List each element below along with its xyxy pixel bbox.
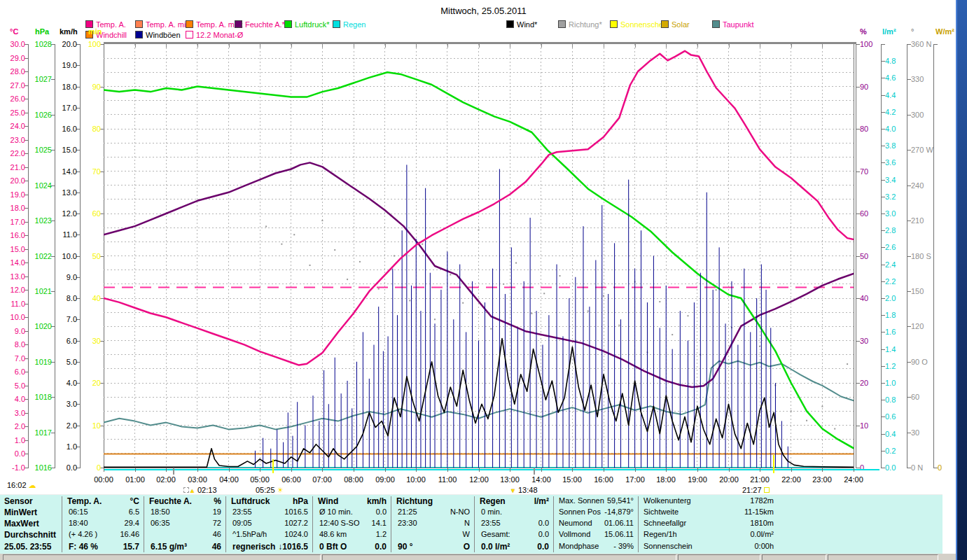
moon-icon <box>183 487 189 493</box>
humidity-tick-label: 50 <box>860 252 868 260</box>
time-label-0500: 05:00 <box>244 475 275 484</box>
hour-tick-top <box>135 44 136 48</box>
table-cell: - 39% <box>561 542 634 552</box>
hour-tick-top <box>260 44 260 48</box>
humidity-tick-label: 10 <box>860 421 868 430</box>
hour-tick-top <box>166 44 167 48</box>
chart-title: Mittwoch, 25.05.2011 <box>0 6 967 16</box>
sunrise-marker <box>272 459 274 473</box>
table-cell: 11-15km <box>701 507 774 517</box>
desktop-background-strip <box>956 0 967 560</box>
hour-tick <box>479 468 480 472</box>
taupunkt-swatch-icon <box>712 20 720 28</box>
table-cell: 0.0 <box>476 542 549 552</box>
hour-tick-top <box>822 44 823 48</box>
sensor-data-table: SensorMinWertMaxWertDurchschnitt25.05. 2… <box>0 494 942 554</box>
sunrise-time: 05:25 <box>256 486 275 494</box>
legend-item-wind: Wind* <box>506 20 537 28</box>
status-panel <box>3 554 321 560</box>
down-arrow-icon: ▼ <box>510 487 516 494</box>
time-label-1700: 17:00 <box>620 475 651 484</box>
humidity-tick-label: 20 <box>860 379 868 387</box>
time-label-1100: 11:00 <box>432 475 463 484</box>
table-cell: 0.0 <box>314 507 387 517</box>
rain-tick-label: 2.0 <box>885 294 896 302</box>
hour-tick <box>822 468 823 472</box>
sunset-marker <box>773 455 774 473</box>
wind-tick-label: 9.0 <box>35 273 77 281</box>
chart-plot-area <box>104 44 854 468</box>
sunshine-tick-label: 30 <box>59 337 101 345</box>
table-separator <box>62 496 62 552</box>
table-separator <box>638 496 639 552</box>
hour-tick <box>166 468 167 472</box>
time-label-2000: 20:00 <box>714 475 744 484</box>
humidity-tick-label: 30 <box>860 337 868 345</box>
table-cell: Regen/1h <box>643 530 677 540</box>
hour-tick-top <box>197 44 198 48</box>
direction-tick-label: 270 W <box>911 146 933 154</box>
temp-tick-label: 18.0 <box>0 204 25 212</box>
table-cell: Sichtweite <box>643 507 679 517</box>
solar-axis-tick <box>934 44 938 45</box>
table-cell: 46 <box>148 530 221 540</box>
temp-tick-label: 6.0 <box>0 368 25 376</box>
time-label-0200: 02:00 <box>151 475 181 484</box>
hour-tick <box>729 468 730 472</box>
table-cell: 1024.0 <box>235 530 308 540</box>
table-cell: °C <box>67 496 139 506</box>
table-cell: Sonnenschein <box>643 542 693 552</box>
legend-label: Richtung* <box>569 20 602 29</box>
table-cell: N <box>397 519 470 528</box>
moonrise-time: 02:13 <box>197 486 217 494</box>
temp-a-max-swatch-icon <box>186 20 193 28</box>
rain-tick-label: 0.0 <box>885 463 896 472</box>
status-bar <box>0 554 956 560</box>
sun-icon: ☀ <box>277 486 284 494</box>
rain-tick-label: 4.2 <box>885 108 896 116</box>
temp-tick-label: 24.0 <box>0 122 25 130</box>
corner-time: 16:02 <box>7 481 27 489</box>
hour-tick-top <box>666 44 667 48</box>
hour-tick <box>197 468 198 472</box>
time-label-1000: 10:00 <box>401 475 431 484</box>
temp-a-min-swatch-icon <box>135 20 143 28</box>
temp-tick-label: 16.0 <box>0 231 25 239</box>
humidity-axis-unit: % <box>860 27 867 36</box>
direction-tick-label: 210 <box>911 216 924 225</box>
hour-tick <box>510 468 510 472</box>
wind-tick-label: 15.0 <box>35 146 77 154</box>
luftdruck-swatch-icon <box>284 20 292 28</box>
hour-tick <box>760 468 760 472</box>
hour-tick <box>572 468 573 472</box>
table-separator <box>553 496 554 552</box>
direction-tick-label: 360 N <box>911 40 931 48</box>
table-cell: Richtung <box>396 496 433 506</box>
table-cell: l/m² <box>476 496 549 506</box>
table-cell: 0:00h <box>701 542 774 552</box>
up-arrow-icon: ▲ <box>189 487 195 494</box>
table-cell: 15.06.11 <box>561 530 634 540</box>
legend-item-richtung: Richtung* <box>558 20 602 28</box>
hour-tick-top <box>385 44 386 48</box>
time-label-1600: 16:00 <box>588 475 619 484</box>
wind-tick-label: 13.0 <box>35 188 77 197</box>
solar-tick-label: 0 <box>938 463 942 472</box>
wind-tick-label: 5.0 <box>35 358 77 366</box>
hour-tick-top <box>729 44 730 48</box>
table-cell: 16.46 <box>67 530 139 540</box>
time-label-0000: 00:00 <box>88 475 119 484</box>
table-cell: W <box>397 530 470 540</box>
table-cell: 01.06.11 <box>561 519 634 528</box>
temp-tick-label: 29.0 <box>0 54 25 62</box>
rain-tick-label: 2.2 <box>885 277 896 286</box>
humidity-tick-label: 90 <box>860 83 868 91</box>
hour-tick <box>229 468 230 472</box>
rain-tick-label: 1.8 <box>885 311 896 319</box>
humidity-tick-label: 80 <box>860 125 868 133</box>
temp-tick-label: 26.0 <box>0 94 25 103</box>
table-cell: 6.5 <box>67 507 139 517</box>
time-label-2200: 22:00 <box>776 475 807 484</box>
rain-tick-label: 4.8 <box>885 57 896 65</box>
sunshine-tick-label: 90 <box>59 83 101 91</box>
